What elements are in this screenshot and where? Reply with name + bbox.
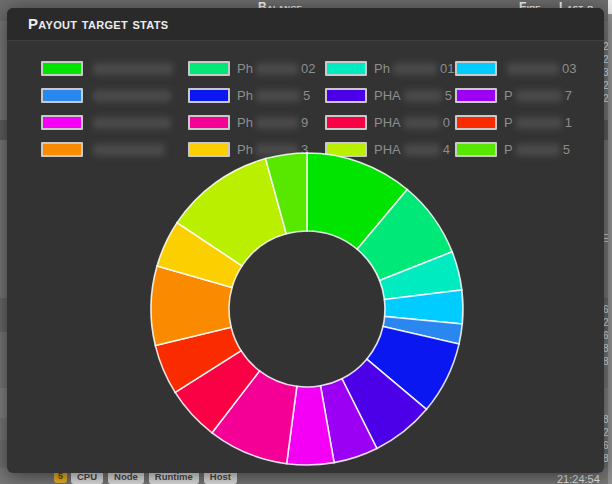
legend-item-2[interactable]: Ph02 (188, 60, 325, 77)
legend-item-9[interactable] (41, 114, 188, 131)
legend-swatch (325, 88, 367, 103)
legend-item-12[interactable]: P1 (455, 114, 588, 131)
legend-item-8[interactable]: P7 (455, 87, 588, 104)
chart-legend: Ph02Ph0103Ph5PHA5P7Ph9PHA0P1Ph3PHA4P5 (41, 60, 588, 158)
redacted-text (507, 63, 559, 75)
dialog-title: Payout target stats (28, 8, 168, 40)
legend-item-13[interactable] (41, 141, 188, 158)
legend-label: P1 (504, 115, 572, 130)
legend-label: 03 (504, 61, 576, 76)
legend-label: P5 (504, 142, 570, 157)
legend-swatch (455, 115, 497, 130)
legend-item-7[interactable]: PHA5 (325, 87, 455, 104)
redacted-text (93, 63, 173, 75)
legend-label: PHA0 (374, 115, 450, 130)
redacted-text (393, 63, 437, 75)
redacted-text (516, 90, 562, 102)
legend-item-3[interactable]: Ph01 (325, 60, 455, 77)
redacted-text (93, 144, 165, 156)
legend-swatch (188, 88, 230, 103)
legend-item-5[interactable] (41, 87, 188, 104)
legend-swatch (188, 61, 230, 76)
legend-label: PHA5 (374, 88, 452, 103)
redacted-text (256, 90, 300, 102)
legend-label (90, 63, 176, 75)
redacted-text (93, 90, 171, 102)
legend-item-11[interactable]: PHA0 (325, 114, 455, 131)
legend-item-4[interactable]: 03 (455, 60, 588, 77)
legend-label: PHA4 (374, 142, 450, 157)
legend-label (90, 144, 168, 156)
legend-swatch (455, 88, 497, 103)
redacted-text (256, 63, 298, 75)
redacted-text (256, 117, 298, 129)
payout-target-stats-dialog: Payout target stats Ph02Ph0103Ph5PHA5P7P… (7, 8, 604, 473)
clock-timestamp: 21:24:54 (557, 473, 600, 484)
legend-item-1[interactable] (41, 60, 188, 77)
legend-item-15[interactable]: PHA4 (325, 141, 455, 158)
legend-swatch (455, 142, 497, 157)
legend-swatch (188, 115, 230, 130)
legend-swatch (41, 142, 83, 157)
legend-swatch (455, 61, 497, 76)
redacted-text (404, 144, 440, 156)
redacted-text (93, 117, 171, 129)
redacted-text (404, 90, 442, 102)
legend-swatch (41, 61, 83, 76)
dialog-titlebar: Payout target stats (7, 8, 604, 41)
legend-label (90, 117, 174, 129)
legend-swatch (325, 61, 367, 76)
page-scrollbar[interactable] (608, 0, 612, 484)
legend-label: Ph02 (237, 61, 315, 76)
legend-label: Ph9 (237, 115, 308, 130)
legend-swatch (41, 115, 83, 130)
legend-label (90, 90, 174, 102)
legend-label: Ph01 (374, 61, 454, 76)
legend-item-16[interactable]: P5 (455, 141, 588, 158)
redacted-text (404, 117, 440, 129)
legend-item-10[interactable]: Ph9 (188, 114, 325, 131)
legend-label: Ph5 (237, 88, 310, 103)
legend-swatch (188, 142, 230, 157)
legend-label: P7 (504, 88, 572, 103)
redacted-text (516, 144, 560, 156)
legend-swatch (41, 88, 83, 103)
legend-item-6[interactable]: Ph5 (188, 87, 325, 104)
legend-swatch (325, 115, 367, 130)
scrollbar-thumb[interactable] (608, 0, 612, 14)
redacted-text (516, 117, 562, 129)
